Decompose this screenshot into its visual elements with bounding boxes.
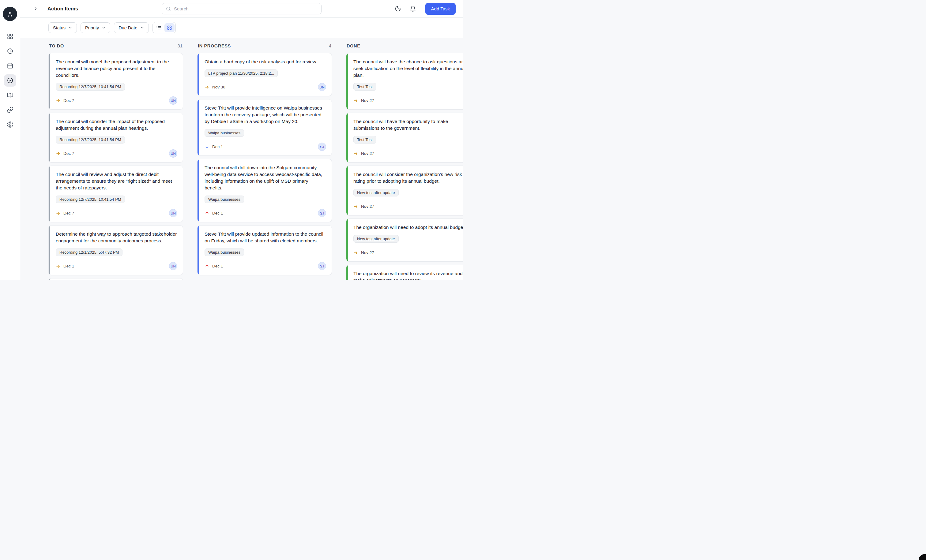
task-card[interactable]: Determine the right way to approach targ… <box>48 225 183 275</box>
card-accent-bar <box>346 265 348 280</box>
theme-toggle-button[interactable] <box>394 5 402 12</box>
grid-icon <box>7 33 14 40</box>
card-title: The organization will need to adopt its … <box>353 224 463 231</box>
kanban-board: TO DO31The council will model the propos… <box>20 38 463 280</box>
task-card[interactable]: Obtain a hard copy of the risk analysis … <box>197 53 332 96</box>
card-tag: Waipa businesses <box>204 249 244 256</box>
sidebar-item-recent[interactable] <box>4 45 16 57</box>
card-tag: Test Test <box>353 136 376 143</box>
assignee-avatar: UN <box>169 209 177 217</box>
card-accent-bar <box>198 100 199 155</box>
user-avatar[interactable] <box>3 7 17 21</box>
user-icon <box>6 11 14 18</box>
sidebar-item-calendar[interactable] <box>4 60 16 72</box>
card-title: Steve Tritt will provide updated informa… <box>204 231 326 244</box>
task-card[interactable]: The organization will need to review its… <box>346 265 463 280</box>
bell-icon <box>410 6 416 12</box>
card-accent-bar <box>198 53 199 96</box>
priority-medium-arrow-right-icon <box>353 98 358 103</box>
list-icon <box>156 25 161 30</box>
task-card[interactable]: Steve Tritt will provide updated informa… <box>197 225 332 275</box>
sidebar-item-library[interactable] <box>4 89 16 101</box>
add-task-button[interactable]: Add Task <box>425 3 455 15</box>
card-tag: Test Test <box>353 83 376 91</box>
due-date: Nov 30 <box>204 85 225 90</box>
task-card[interactable]: The council will review and adjust the d… <box>48 166 183 222</box>
calendar-icon <box>7 62 14 69</box>
list-view-button[interactable] <box>154 23 164 32</box>
card-footer: Dec 1SJ <box>204 209 326 217</box>
card-tag: Recording 12/7/2025, 10:41:54 PM <box>56 83 125 91</box>
card-accent-bar <box>346 53 348 109</box>
card-tag: Recording 12/7/2025, 10:41:54 PM <box>56 196 125 203</box>
column-done: DONE5The council will have the chance to… <box>346 44 463 280</box>
sidebar-collapse-button[interactable] <box>32 5 39 12</box>
due-date-label: Dec 1 <box>64 264 74 269</box>
priority-medium-arrow-right-icon <box>353 151 358 156</box>
card-tag: Recording 12/1/2025, 5:47:32 PM <box>56 249 123 256</box>
priority-filter-button[interactable]: Priority <box>80 22 110 33</box>
card-title: The council will model the proposed adju… <box>56 59 177 78</box>
assignee-avatar: UN <box>169 262 177 270</box>
assignee-avatar: UN <box>169 149 177 158</box>
card-title: The council will drill down into the Sol… <box>204 165 326 191</box>
task-card[interactable]: The council will have the chance to ask … <box>346 53 463 110</box>
priority-medium-arrow-right-icon <box>56 211 61 216</box>
task-card[interactable]: Decide whether to proceed with further i… <box>48 278 183 280</box>
card-tag: Waipa businesses <box>204 129 244 137</box>
link-icon <box>7 107 14 113</box>
task-card[interactable]: The council will consider the organizati… <box>346 166 463 216</box>
card-list: Obtain a hard copy of the risk analysis … <box>197 53 332 275</box>
status-filter-label: Status <box>53 26 65 30</box>
priority-high-arrow-up-icon <box>204 264 209 269</box>
card-footer: Nov 27UN <box>353 149 463 158</box>
task-card[interactable]: Steve Tritt will provide intelligence on… <box>197 99 332 156</box>
card-title: Obtain a hard copy of the risk analysis … <box>204 59 326 65</box>
chevron-down-icon <box>140 26 144 30</box>
card-accent-bar <box>49 225 50 275</box>
priority-medium-arrow-right-icon <box>204 85 209 90</box>
column-todo: TO DO31The council will model the propos… <box>48 44 183 280</box>
card-accent-bar <box>49 166 50 222</box>
assignee-avatar: SJ <box>318 262 326 270</box>
moon-icon <box>395 6 401 12</box>
card-footer: Nov 27UN <box>353 97 463 105</box>
priority-high-arrow-up-icon <box>204 211 209 216</box>
task-card[interactable]: The organization will need to adopt its … <box>346 219 463 262</box>
grid-icon <box>167 25 172 30</box>
chevron-down-icon <box>68 26 72 30</box>
main-area: Action Items Add Task <box>20 0 463 280</box>
sidebar-item-settings[interactable] <box>4 118 16 131</box>
due-date-filter-button[interactable]: Due Date <box>114 22 148 33</box>
card-accent-bar <box>346 113 348 162</box>
priority-medium-arrow-right-icon <box>56 264 61 269</box>
card-tag: New test after update <box>353 189 399 196</box>
book-icon <box>7 92 14 98</box>
due-date-label: Dec 1 <box>212 211 223 216</box>
priority-medium-arrow-right-icon <box>56 151 61 156</box>
filter-bar: Status Priority Due Date <box>20 18 463 38</box>
task-card[interactable]: The council will consider the impact of … <box>48 113 183 163</box>
search-input[interactable] <box>174 6 318 11</box>
card-footer: Dec 7UN <box>56 149 177 158</box>
task-card[interactable]: The council will have the opportunity to… <box>346 113 463 163</box>
notifications-button[interactable] <box>409 5 417 12</box>
sidebar-item-links[interactable] <box>4 104 16 116</box>
due-date: Nov 27 <box>353 151 374 156</box>
card-tag: Waipa businesses <box>204 196 244 203</box>
due-date-label: Nov 27 <box>361 250 374 255</box>
task-card[interactable]: The council will model the proposed adju… <box>48 53 183 110</box>
card-title: Steve Tritt will provide intelligence on… <box>204 105 326 125</box>
sidebar-item-dashboard[interactable] <box>4 30 16 42</box>
top-bar: Action Items Add Task <box>20 0 463 18</box>
task-card[interactable]: The council will drill down into the Sol… <box>197 159 332 222</box>
card-title: The council will consider the impact of … <box>56 118 177 131</box>
status-filter-button[interactable]: Status <box>48 22 77 33</box>
card-footer: Dec 7UN <box>56 97 177 105</box>
sidebar-item-tasks[interactable] <box>4 74 16 87</box>
priority-medium-arrow-right-icon <box>353 250 358 255</box>
column-title: IN PROGRESS <box>198 44 231 48</box>
card-footer: Dec 1SJ <box>204 143 326 151</box>
card-accent-bar <box>49 53 50 109</box>
grid-view-button[interactable] <box>165 23 174 32</box>
